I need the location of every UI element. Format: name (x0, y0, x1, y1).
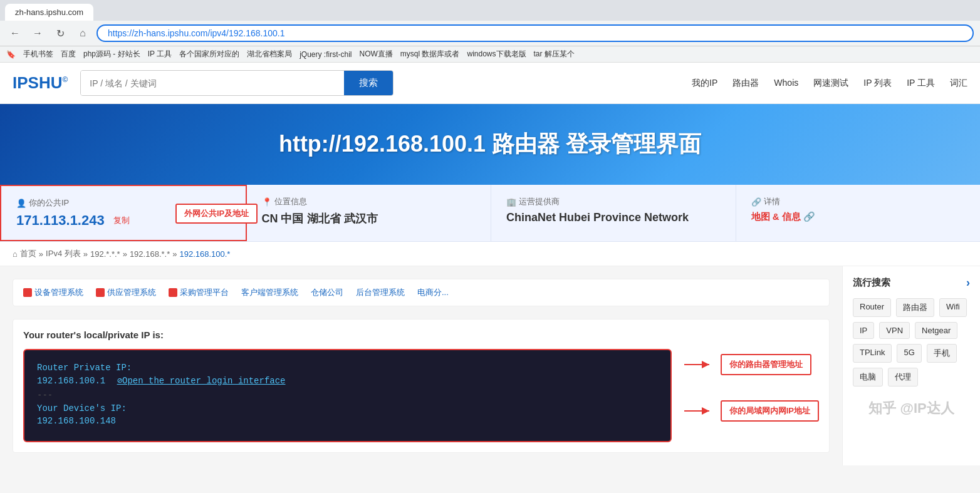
terminal-annotations: 你的路由器管理地址 你的局域网内网IP地址 (684, 349, 819, 422)
home-button[interactable]: ⌂ (74, 24, 91, 42)
breadcrumb-home[interactable]: 首页 (20, 248, 36, 259)
breadcrumb-range2[interactable]: 192.168.*.* (130, 249, 170, 259)
breadcrumb-current: 192.168.100.* (179, 249, 230, 259)
router-terminal: Router Private IP: 192.168.100.1 ⊘Open t… (23, 349, 672, 442)
public-ip-icon: 👤 (16, 199, 26, 208)
isp-cell: 🏢 运营提供商 ChinaNet Hubei Province Network (491, 185, 736, 241)
annotation-public-ip: 外网公共IP及地址 (175, 204, 258, 224)
tag-grid: Router 路由器 Wifi IP VPN Netgear TPLink 5G… (853, 298, 970, 387)
nav-iplist[interactable]: IP 列表 (863, 78, 892, 89)
breadcrumb-home-icon: ⌂ (13, 249, 18, 259)
search-button[interactable]: 搜索 (344, 71, 393, 95)
hero-banner: http://192.168.100.1 路由器 登录管理界面 (0, 104, 980, 185)
quick-link-2[interactable]: 采购管理平台 (169, 287, 229, 298)
badge-1 (96, 288, 105, 297)
detail-cell: 🔗 详情 地图 & 信息 🔗 (736, 185, 981, 241)
bookmark-windows[interactable]: windows下载老版 (467, 49, 526, 60)
bookmark-countries[interactable]: 各个国家所对应的 (179, 49, 239, 60)
search-input[interactable] (81, 71, 344, 95)
location-icon: 📍 (262, 197, 272, 207)
tag-router-zh[interactable]: 路由器 (896, 298, 934, 317)
hero-title: http://192.168.100.1 路由器 登录管理界面 (13, 129, 967, 160)
bookmark-mysql[interactable]: mysql 数据库或者 (400, 49, 460, 60)
sidebar-chevron-icon: › (966, 276, 970, 289)
nav-vocab[interactable]: 词汇 (950, 78, 967, 89)
nav-iptool[interactable]: IP 工具 (907, 78, 935, 89)
detail-icon: 🔗 (751, 197, 761, 207)
refresh-button[interactable]: ↻ (51, 24, 69, 42)
arrow-router-icon (684, 358, 716, 371)
info-bar-outer: 👤 你的公共IP 171.113.1.243 复制 📍 位置信息 CN 中国 湖… (0, 185, 980, 242)
terminal-separator: --- (37, 390, 658, 400)
tag-tplink[interactable]: TPLink (853, 344, 892, 363)
bookmark-tar[interactable]: tar 解压某个 (534, 49, 575, 60)
bookmark-now[interactable]: NOW直播 (360, 49, 393, 60)
tag-mobile[interactable]: 手机 (927, 344, 957, 363)
nav-speed[interactable]: 网速测试 (813, 78, 848, 89)
search-bar: 搜索 (80, 70, 394, 96)
quick-links-bar: 设备管理系统 供应管理系统 采购管理平台 客户端管理系统 仓储公司 后台管理系统… (13, 279, 830, 306)
breadcrumb: ⌂ 首页 » IPv4 列表 » 192.*.*.* » 192.168.*.*… (0, 242, 980, 266)
quick-link-4[interactable]: 仓储公司 (311, 287, 343, 298)
site-header: IPSHU© 搜索 我的IP 路由器 Whois 网速测试 IP 列表 IP 工… (0, 63, 980, 104)
device-annotation-row: 你的局域网内网IP地址 (684, 400, 819, 422)
quick-link-0[interactable]: 设备管理系统 (23, 287, 83, 298)
isp-value: ChinaNet Hubei Province Network (506, 211, 721, 224)
tag-pc[interactable]: 电脑 (853, 368, 883, 387)
isp-icon: 🏢 (506, 197, 516, 207)
bookmark-ip-tool[interactable]: IP 工具 (148, 49, 172, 60)
router-intro-title: Your router's local/private IP is: (23, 330, 819, 340)
detail-label: 🔗 详情 (751, 196, 966, 207)
quick-link-3[interactable]: 客户端管理系统 (241, 287, 298, 298)
browser-tabs: zh-hans.ipshu.com (5, 4, 975, 21)
content-left: 设备管理系统 供应管理系统 采购管理平台 客户端管理系统 仓储公司 后台管理系统… (0, 266, 842, 465)
bookmark-php[interactable]: php源码 - 好站长 (83, 49, 140, 60)
terminal-annotation-layout: Router Private IP: 192.168.100.1 ⊘Open t… (23, 349, 819, 442)
site-nav: 我的IP 路由器 Whois 网速测试 IP 列表 IP 工具 词汇 (692, 78, 967, 89)
tag-netgear[interactable]: Netgear (915, 322, 957, 339)
bookmark-mobile[interactable]: 手机书签 (23, 49, 53, 60)
tag-5g[interactable]: 5G (897, 344, 921, 363)
sidebar-title: 流行搜索 › (853, 276, 970, 289)
quick-link-1[interactable]: 供应管理系统 (96, 287, 156, 298)
browser-tab[interactable]: zh-hans.ipshu.com (5, 4, 93, 21)
tag-wifi[interactable]: Wifi (939, 298, 967, 317)
zhihu-watermark: 知乎 @IP达人 (853, 399, 970, 418)
router-login-link[interactable]: ⊘Open the router login interface (117, 376, 286, 386)
forward-button[interactable]: → (29, 24, 46, 42)
location-value: CN 中国 湖北省 武汉市 (262, 211, 476, 226)
router-annotation-row: 你的路由器管理地址 (684, 354, 819, 375)
tag-ip[interactable]: IP (853, 322, 874, 339)
terminal-private-ip-row: 192.168.100.1 ⊘Open the router login int… (37, 375, 658, 386)
detail-link[interactable]: 地图 & 信息 🔗 (751, 211, 966, 223)
browser-toolbar: ← → ↻ ⌂ (0, 21, 980, 46)
breadcrumb-range1[interactable]: 192.*.*.* (90, 249, 120, 259)
nav-whois[interactable]: Whois (774, 78, 798, 89)
copy-button[interactable]: 复制 (113, 215, 130, 226)
url-bar[interactable] (96, 24, 974, 42)
info-bar: 👤 你的公共IP 171.113.1.243 复制 📍 位置信息 CN 中国 湖… (0, 185, 980, 242)
tag-proxy[interactable]: 代理 (888, 368, 918, 387)
tag-vpn[interactable]: VPN (879, 322, 910, 339)
terminal-device-ip-label: Your Device's IP: (37, 403, 658, 413)
breadcrumb-ipv4[interactable]: IPv4 列表 (46, 248, 81, 259)
browser-bookmarks: 🔖 手机书签 百度 php源码 - 好站长 IP 工具 各个国家所对应的 湖北省… (0, 46, 980, 63)
annotation-device-address: 你的局域网内网IP地址 (721, 400, 819, 422)
bookmark-jquery[interactable]: jQuery :first-chil (300, 50, 352, 59)
location-cell: 📍 位置信息 CN 中国 湖北省 武汉市 (247, 185, 492, 241)
arrow-device-icon (684, 405, 716, 417)
nav-router[interactable]: 路由器 (732, 78, 759, 89)
back-button[interactable]: ← (6, 24, 24, 42)
quick-link-5[interactable]: 后台管理系统 (356, 287, 405, 298)
tab-label: zh-hans.ipshu.com (15, 8, 83, 17)
bookmark-label: 🔖 (6, 50, 16, 59)
badge-0 (23, 288, 32, 297)
bookmark-baidu[interactable]: 百度 (61, 49, 76, 60)
quick-link-6[interactable]: 电商分... (417, 287, 449, 298)
tag-router-en[interactable]: Router (853, 298, 891, 317)
nav-myip[interactable]: 我的IP (692, 78, 717, 89)
bookmark-hubei[interactable]: 湖北省档案局 (247, 49, 292, 60)
annotation-router-address: 你的路由器管理地址 (721, 354, 811, 375)
public-ip-value: 171.113.1.243 (16, 212, 105, 229)
main-content: 设备管理系统 供应管理系统 采购管理平台 客户端管理系统 仓储公司 后台管理系统… (0, 266, 980, 465)
